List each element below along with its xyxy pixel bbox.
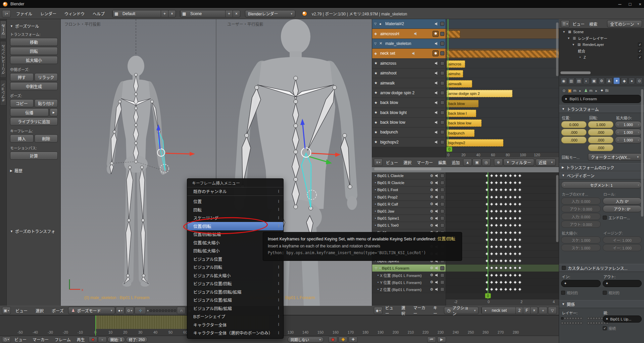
scene-selector[interactable]: ▦ Scene + × xyxy=(180,10,240,17)
keyframe-diamond[interactable] xyxy=(490,280,493,284)
dopesheet-mode-dropdown[interactable]: ◷アクション▾ xyxy=(444,307,479,314)
channel-lock-icon[interactable] xyxy=(440,195,444,199)
tab-render[interactable]: ◉ xyxy=(560,77,567,84)
location-value-field[interactable]: .000 xyxy=(561,129,587,136)
keyframe-diamond[interactable] xyxy=(504,181,507,185)
curve-in-x-field[interactable]: 入力: 0.000 xyxy=(561,197,601,205)
bone-layer-toggle[interactable] xyxy=(575,317,577,320)
rotation-value-field[interactable]: 1.000 xyxy=(588,121,613,128)
keyframe-diamond[interactable] xyxy=(499,231,503,234)
channel-mute-icon[interactable] xyxy=(435,188,439,192)
pin-icon[interactable]: ⊙ xyxy=(562,89,566,93)
channel-key-row[interactable] xyxy=(446,222,559,229)
keyframe-diamond[interactable] xyxy=(508,231,512,234)
outliner-expand-icon[interactable]: ▾ xyxy=(571,43,576,46)
channel-name[interactable]: Bip01 R Calf xyxy=(377,202,398,206)
unlink-action-button[interactable]: × xyxy=(530,307,538,314)
bone-layer-toggle[interactable] xyxy=(569,317,572,320)
scene-name[interactable]: Scene xyxy=(188,10,225,17)
channel-name[interactable]: Bip01 L Toe0 xyxy=(377,223,399,227)
nla-track-row[interactable]: ★ aimcross xyxy=(372,59,446,68)
bone-layer-toggle[interactable] xyxy=(590,322,592,324)
lock-icon[interactable] xyxy=(440,101,444,105)
curve-out-y-field[interactable]: アウト: 0.000 xyxy=(561,221,601,228)
pose-transform-expand-icon[interactable]: ▼ xyxy=(10,230,13,233)
keyframe-diamond[interactable] xyxy=(508,224,512,227)
bone-layer-toggle[interactable] xyxy=(561,317,563,320)
propagate-button[interactable]: 伝播 xyxy=(10,108,49,116)
track-name[interactable]: aimshoot xyxy=(380,71,397,75)
maximize-button[interactable]: □ xyxy=(629,2,632,7)
keyframe-diamond[interactable] xyxy=(490,174,493,177)
snap-mode-dropdown[interactable]: 近接▾ xyxy=(536,159,556,166)
keyframe-diamond[interactable] xyxy=(499,280,503,284)
channel-row[interactable]: • Bip01 L Clavicle ⚙ xyxy=(372,172,446,179)
channel-key-row[interactable] xyxy=(446,194,559,201)
outliner-expand-icon[interactable]: ▾ xyxy=(562,30,566,34)
track-name[interactable]: aimcross xyxy=(380,61,396,66)
toolshelf-tab[interactable]: ツール xyxy=(0,20,6,39)
paste-pose-button[interactable]: 貼り付け xyxy=(35,99,58,107)
relax-pose-button[interactable]: リラック xyxy=(35,73,58,81)
keyframe-diamond[interactable] xyxy=(513,280,517,284)
keyframe-diamond[interactable] xyxy=(508,245,512,248)
history-expand-icon[interactable]: ▶ xyxy=(10,169,12,172)
nla-menu[interactable]: 編集 xyxy=(436,158,449,167)
curve-in-y-field[interactable]: 入力: 0.000 xyxy=(561,213,601,220)
dope-key-area[interactable]: 0 -2024 xyxy=(446,172,559,306)
context-menu-item[interactable]: ビジュアル拡大縮小 I xyxy=(187,271,283,280)
lock-icon[interactable] xyxy=(440,91,444,95)
nla-vertical-scrollbar[interactable] xyxy=(556,22,558,76)
bone-layer-toggle[interactable] xyxy=(577,322,580,324)
modifier-wrench-icon[interactable]: ⚙ xyxy=(430,223,433,228)
channel-mute-icon[interactable] xyxy=(435,224,439,227)
ghost-frames-icon[interactable]: ⊕ xyxy=(494,159,503,166)
timeline-menu[interactable]: フレーム xyxy=(52,336,74,343)
scene-add-button[interactable]: + xyxy=(225,10,233,17)
context-menu-item[interactable]: Bボーンシェイプ I xyxy=(187,312,283,321)
track-name[interactable]: badpunch xyxy=(380,130,398,134)
track-name[interactable]: bigchopv2 xyxy=(380,140,399,145)
breadcrumb-data[interactable]: m xyxy=(589,89,592,93)
bone-layer-toggle[interactable] xyxy=(587,322,590,324)
shading-dropdown[interactable]: ●▾ xyxy=(116,307,125,314)
bone-layer-toggle[interactable] xyxy=(598,317,600,320)
timeline-playhead[interactable] xyxy=(95,316,96,336)
keyframe-diamond[interactable] xyxy=(518,181,522,185)
start-frame-field[interactable]: 開始:1 xyxy=(107,337,125,343)
keyframe-diamond[interactable] xyxy=(490,195,493,199)
channel-key-row[interactable] xyxy=(446,265,559,272)
keyframe-diamond[interactable] xyxy=(513,252,517,255)
keyframe-diamond[interactable] xyxy=(508,280,512,284)
channel-key-row[interactable] xyxy=(446,279,559,286)
keyframe-diamond[interactable] xyxy=(518,188,522,192)
keyframe-diamond[interactable] xyxy=(508,287,512,291)
channel-row[interactable]: • Bip01 R Calf ⚙ xyxy=(372,201,446,208)
nla-track-row[interactable]: ★ back blow low xyxy=(372,118,446,127)
pivot-dropdown[interactable]: ⊙▾ xyxy=(125,307,134,314)
context-menu-item[interactable]: ビジュアル位置/回転/拡縮 I xyxy=(187,288,283,296)
ease-out-field[interactable]: イー: 1.000 xyxy=(603,244,642,251)
keyframe-diamond[interactable] xyxy=(494,188,498,192)
keyframe-diamond[interactable] xyxy=(499,224,503,227)
keyframe-diamond[interactable] xyxy=(518,174,522,177)
context-menu-item[interactable]: ビジュアル位置/回転 I xyxy=(187,280,283,288)
keyframe-diamond[interactable] xyxy=(490,231,493,234)
keyframe-diamond[interactable] xyxy=(513,238,517,241)
channel-mute-icon[interactable] xyxy=(435,174,439,178)
modifier-wrench-icon[interactable]: ⚙ xyxy=(430,280,433,284)
keyframe-diamond[interactable] xyxy=(504,287,507,291)
outliner-row[interactable]: 統合 ✓ xyxy=(559,48,644,54)
keyframe-diamond[interactable] xyxy=(490,238,493,241)
render-toggle-checkbox[interactable]: ✓ xyxy=(638,49,642,53)
segments-field[interactable]: ‹ セグメント: 1 › xyxy=(561,181,642,188)
channel-mute-icon[interactable] xyxy=(435,280,439,284)
mute-speaker-icon[interactable] xyxy=(435,111,439,114)
context-menu-item[interactable]: ビジュアル位置/拡縮 I xyxy=(187,296,283,304)
handle-in-bone-selector[interactable]: ✦ xyxy=(561,280,601,287)
mute-speaker-icon[interactable] xyxy=(435,81,439,85)
outliner-item-label[interactable]: 統合 xyxy=(578,48,585,54)
keyframe-diamond[interactable] xyxy=(490,209,493,213)
bone-layer-toggle[interactable] xyxy=(577,317,580,320)
channel-mute-icon[interactable] xyxy=(435,266,439,270)
